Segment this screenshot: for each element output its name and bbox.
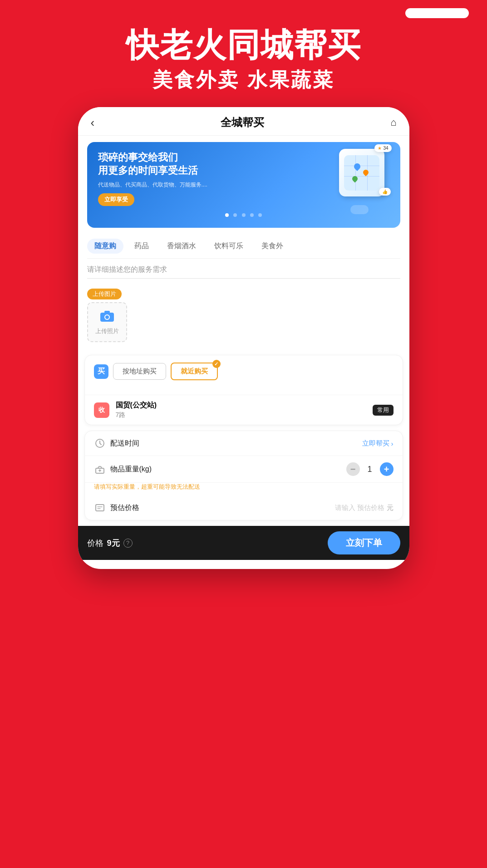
svg-point-2	[105, 315, 109, 319]
common-tag: 常用	[373, 405, 394, 416]
buy-icon: 买	[94, 364, 108, 379]
upload-box[interactable]: 上传照片	[87, 302, 127, 342]
weight-section: 物品重量(kg) − 1 + 请填写实际重量，超重可能导致无法配送	[85, 456, 403, 495]
dot-4	[250, 213, 254, 217]
estimate-input[interactable]: 请输入 预估价格	[335, 504, 384, 512]
back-icon[interactable]: ‹	[91, 116, 95, 130]
phone-topbar: ‹ 全城帮买 ⌂	[78, 107, 409, 136]
estimate-price-row[interactable]: 预估价格 请输入 预估价格 元	[85, 495, 403, 520]
address-row[interactable]: 收 国贸(公交站) 7路 常用	[85, 395, 403, 425]
price-section: 价格 9元 ?	[87, 538, 328, 549]
dot-2	[233, 213, 237, 217]
service-description-area[interactable]: 请详细描述您的服务需求	[78, 259, 409, 285]
weight-controls: − 1 +	[346, 462, 394, 476]
camera-icon	[100, 309, 114, 325]
address-name: 国贸(公交站)	[116, 401, 366, 410]
home-icon[interactable]: ⌂	[390, 117, 396, 128]
svg-rect-10	[96, 505, 104, 511]
estimate-unit: 元	[387, 504, 394, 512]
banner-illustration: ★34 👍	[305, 147, 396, 223]
chevron-right-icon: ›	[391, 440, 394, 447]
address-sub: 7路	[116, 411, 366, 419]
phone-mockup: ‹ 全城帮买 ⌂ 琐碎的事交给我们用更多的时间享受生活 代送物品、代买商品、代取…	[78, 107, 409, 569]
hero-title: 快老火同城帮买	[0, 27, 487, 63]
svg-rect-3	[104, 311, 110, 313]
banner-desc: 代送物品、代买商品、代取货物、万能服务....	[98, 181, 238, 189]
clock-icon	[94, 437, 106, 449]
buy-section-card: 买 按地址购买 就近购买 收 国贸(公交站) 7路 常用	[84, 355, 403, 425]
price-help-icon[interactable]: ?	[123, 539, 133, 548]
upload-text: 上传照片	[95, 327, 119, 335]
buy-section: 买 按地址购买 就近购买	[85, 355, 403, 395]
category-tab-food[interactable]: 美食外	[254, 239, 290, 254]
estimate-icon	[94, 502, 106, 514]
estimate-label: 预估价格	[110, 503, 335, 513]
weight-label: 物品重量(kg)	[110, 465, 346, 474]
estimate-value: 请输入 预估价格 元	[335, 504, 393, 512]
category-tab-drinks[interactable]: 饮料可乐	[207, 239, 251, 254]
category-tab-suiyi[interactable]: 随意购	[87, 239, 123, 254]
price-value: 9元	[107, 538, 120, 549]
delivery-time-row[interactable]: 配送时间 立即帮买 ›	[85, 431, 403, 456]
banner-cta-button[interactable]: 立即享受	[98, 193, 134, 206]
buy-nearby-button[interactable]: 就近购买	[171, 363, 218, 380]
category-tab-medicine[interactable]: 药品	[127, 239, 156, 254]
buy-by-address-button[interactable]: 按地址购买	[113, 363, 166, 380]
category-tabs: 随意购 药品 香烟酒水 饮料可乐 美食外	[78, 234, 409, 258]
buy-header: 买 按地址购买 就近购买	[94, 363, 394, 380]
category-tab-tobacco[interactable]: 香烟酒水	[160, 239, 203, 254]
recv-icon: 收	[94, 402, 109, 418]
dot-3	[242, 213, 246, 217]
upload-area[interactable]: 上传图片 上传照片	[78, 285, 409, 349]
delivery-time-label: 配送时间	[110, 439, 362, 448]
upload-label: 上传图片	[87, 289, 122, 299]
service-desc-underline	[87, 278, 400, 279]
delivery-time-value: 立即帮买 ›	[362, 439, 394, 448]
price-label: 价格	[87, 538, 103, 549]
address-info: 国贸(公交站) 7路	[116, 401, 366, 419]
dot-1	[225, 213, 229, 217]
hero-subtitle: 美食外卖 水果蔬菜	[0, 67, 487, 93]
status-bar-pill	[405, 8, 469, 18]
svg-line-6	[100, 443, 101, 445]
page-title: 全城帮买	[221, 115, 264, 130]
bottom-bar: 价格 9元 ? 立刻下单	[78, 526, 409, 560]
weight-warning: 请填写实际重量，超重可能导致无法配送	[85, 483, 403, 495]
weight-increase-button[interactable]: +	[380, 462, 394, 476]
service-desc-placeholder: 请详细描述您的服务需求	[87, 265, 400, 275]
weight-row: 物品重量(kg) − 1 +	[85, 456, 403, 483]
weight-decrease-button[interactable]: −	[346, 462, 360, 476]
weight-icon	[94, 463, 106, 475]
promo-banner: 琐碎的事交给我们用更多的时间享受生活 代送物品、代买商品、代取货物、万能服务..…	[87, 142, 400, 228]
dot-5	[258, 213, 262, 217]
delivery-details-card: 配送时间 立即帮买 › 物	[84, 431, 403, 520]
order-button[interactable]: 立刻下单	[328, 531, 400, 554]
banner-title: 琐碎的事交给我们用更多的时间享受生活	[98, 151, 238, 177]
weight-value: 1	[365, 465, 374, 474]
